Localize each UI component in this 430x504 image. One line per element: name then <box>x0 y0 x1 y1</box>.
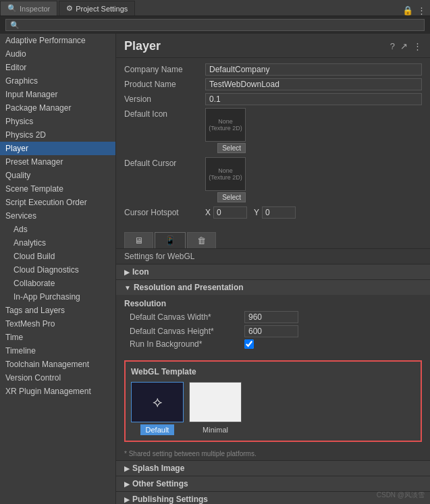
run-in-background-checkbox[interactable] <box>244 339 254 349</box>
sidebar-item-time[interactable]: Time <box>0 331 115 344</box>
menu-icon[interactable]: ⋮ <box>413 41 422 51</box>
shared-note: * Shared setting between multiple platfo… <box>116 447 430 460</box>
sidebar-item-physics[interactable]: Physics <box>0 115 115 128</box>
tab-bar-right: 🔒 ⋮ <box>402 5 430 16</box>
watermark: CSDN @风淡雪 <box>377 491 425 500</box>
default-icon-label: Default Icon <box>124 108 205 119</box>
sidebar-item-services[interactable]: Services <box>0 209 115 223</box>
hotspot-y-input[interactable] <box>262 206 296 219</box>
template-option-minimal[interactable]: Minimal <box>189 382 242 435</box>
sidebar-item-adaptive-performance[interactable]: Adaptive Performance <box>0 34 115 47</box>
tab-project-settings[interactable]: ⚙ Project Settings <box>59 1 135 16</box>
open-icon[interactable]: ↗ <box>400 41 408 51</box>
version-input[interactable] <box>205 93 422 105</box>
help-icon[interactable]: ? <box>390 41 395 51</box>
canvas-width-label: Default Canvas Width* <box>130 312 244 322</box>
cursor-hotspot-row: Cursor Hotspot X Y <box>124 206 422 219</box>
sidebar-item-textmesh-pro[interactable]: TextMesh Pro <box>0 317 115 331</box>
default-icon-box: None(Texture 2D) Select <box>205 108 246 153</box>
sidebar-item-input-manager[interactable]: Input Manager <box>0 88 115 101</box>
cursor-select-button[interactable]: Select <box>217 192 246 202</box>
sidebar-item-package-manager[interactable]: Package Manager <box>0 101 115 115</box>
content-area: Player ? ↗ ⋮ Company Name Product Name V… <box>116 34 430 504</box>
product-name-input[interactable] <box>205 78 422 90</box>
sidebar-item-cloud-diagnostics[interactable]: Cloud Diagnostics <box>0 263 115 277</box>
sidebar-item-analytics[interactable]: Analytics <box>0 236 115 250</box>
sidebar-item-toolchain-management[interactable]: Toolchain Management <box>0 358 115 371</box>
icon-preview-text: None(Texture 2D) <box>209 118 242 132</box>
splash-image-section-header[interactable]: ▶ Splash Image <box>116 460 430 476</box>
default-icon-area: Default Icon None(Texture 2D) Select <box>124 108 422 153</box>
version-label: Version <box>124 94 205 104</box>
template-label-default: Default <box>140 424 175 435</box>
canvas-height-label: Default Canvas Height* <box>130 327 244 336</box>
other-settings-label: Other Settings <box>132 479 188 488</box>
inspector-icon: 🔍 <box>7 4 17 13</box>
tab-inspector[interactable]: 🔍 Inspector <box>0 1 57 16</box>
version-row: Version <box>124 93 422 105</box>
cursor-preview-text: None(Texture 2D) <box>209 167 242 181</box>
platform-tab-desktop[interactable]: 🖥 <box>124 232 153 248</box>
other-settings-section-header[interactable]: ▶ Other Settings <box>116 476 430 491</box>
canvas-height-row: Default Canvas Height* <box>124 325 422 337</box>
settings-for: Settings for WebGL <box>116 249 430 264</box>
run-in-background-label: Run In Background* <box>130 339 244 349</box>
sidebar-item-timeline[interactable]: Timeline <box>0 344 115 358</box>
default-cursor-box: None(Texture 2D) Select <box>205 157 246 202</box>
canvas-width-input[interactable] <box>244 311 298 323</box>
publishing-settings-label: Publishing Settings <box>132 495 208 504</box>
sidebar-item-tags-and-layers[interactable]: Tags and Layers <box>0 304 115 317</box>
sidebar-item-script-execution-order[interactable]: Script Execution Order <box>0 196 115 209</box>
icon-section-label: Icon <box>132 267 149 277</box>
unity-logo-default: ⟡ <box>153 393 163 411</box>
hotspot-x-field: X <box>205 206 247 219</box>
template-option-default[interactable]: ⟡ Default <box>131 382 184 435</box>
tab-bar: 🔍 Inspector ⚙ Project Settings 🔒 ⋮ <box>0 0 430 16</box>
splash-section-arrow: ▶ <box>124 465 130 472</box>
lock-icon[interactable]: 🔒 <box>402 5 413 16</box>
resolution-section-label: Resolution and Presentation <box>134 283 244 292</box>
hotspot-x-input[interactable] <box>213 206 247 219</box>
sidebar-item-physics-2d[interactable]: Physics 2D <box>0 128 115 142</box>
tab-project-settings-label: Project Settings <box>76 5 128 13</box>
sidebar-item-graphics[interactable]: Graphics <box>0 74 115 88</box>
product-name-label: Product Name <box>124 80 205 89</box>
sidebar-item-cloud-build[interactable]: Cloud Build <box>0 250 115 263</box>
resolution-section-header[interactable]: ▼ Resolution and Presentation <box>116 279 430 295</box>
sidebar-item-editor[interactable]: Editor <box>0 61 115 74</box>
template-options: ⟡ Default Minimal <box>131 382 415 435</box>
icon-section-header[interactable]: ▶ Icon <box>116 264 430 279</box>
default-cursor-label: Default Cursor <box>124 157 205 168</box>
tab-inspector-label: Inspector <box>20 5 50 13</box>
template-thumb-default: ⟡ <box>131 382 184 422</box>
search-bar <box>0 16 430 34</box>
platform-tab-mobile[interactable]: 📱 <box>155 232 186 248</box>
sidebar-item-preset-manager[interactable]: Preset Manager <box>0 155 115 169</box>
main-layout: Adaptive PerformanceAudioEditorGraphicsI… <box>0 34 430 504</box>
sidebar-item-player[interactable]: Player <box>0 142 115 155</box>
more-icon[interactable]: ⋮ <box>417 5 426 16</box>
sidebar-item-quality[interactable]: Quality <box>0 169 115 182</box>
hotspot-y-label: Y <box>254 208 259 217</box>
sidebar-item-audio[interactable]: Audio <box>0 47 115 61</box>
page-title: Player <box>124 39 161 53</box>
sidebar-item-version-control[interactable]: Version Control <box>0 371 115 385</box>
template-thumb-minimal <box>189 382 242 422</box>
company-name-label: Company Name <box>124 65 205 74</box>
sidebar-item-xr-plugin-management[interactable]: XR Plugin Management <box>0 385 115 398</box>
template-label-minimal: Minimal <box>197 424 234 435</box>
header-icons: ? ↗ ⋮ <box>390 41 422 51</box>
search-input[interactable] <box>5 19 425 31</box>
canvas-height-input[interactable] <box>244 325 298 337</box>
sidebar-item-scene-template[interactable]: Scene Template <box>0 182 115 196</box>
sidebar-item-ads[interactable]: Ads <box>0 223 115 236</box>
product-name-row: Product Name <box>124 78 422 90</box>
company-name-input[interactable] <box>205 63 422 76</box>
platform-tab-other[interactable]: 🗑 <box>187 232 216 248</box>
other-section-arrow: ▶ <box>124 480 130 488</box>
platform-tabs: 🖥 📱 🗑 <box>116 229 430 249</box>
sidebar-item-in-app-purchasing[interactable]: In-App Purchasing <box>0 290 115 304</box>
sidebar-item-collaborate[interactable]: Collaborate <box>0 277 115 290</box>
hotspot-x-label: X <box>205 208 211 217</box>
icon-select-button[interactable]: Select <box>217 143 246 153</box>
